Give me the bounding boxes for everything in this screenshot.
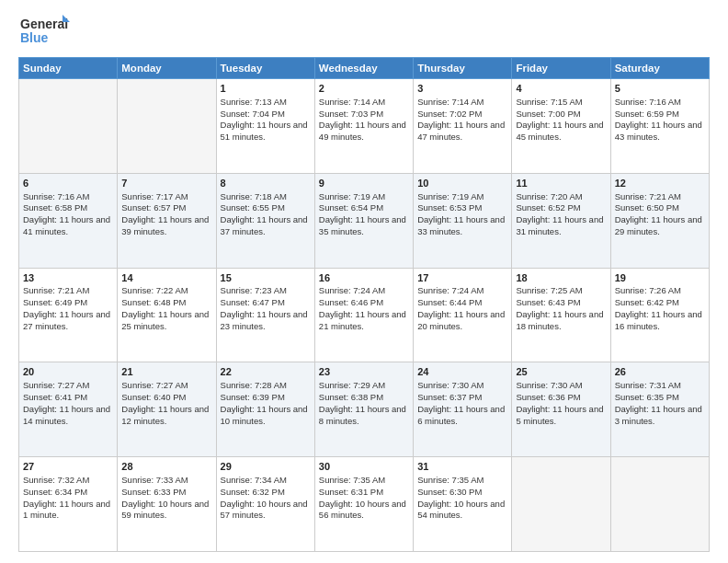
calendar-cell: 22Sunrise: 7:28 AM Sunset: 6:39 PM Dayli… [216, 362, 314, 457]
day-number: 12 [615, 177, 705, 190]
calendar-cell: 9Sunrise: 7:19 AM Sunset: 6:54 PM Daylig… [314, 173, 413, 268]
day-number: 6 [23, 177, 113, 190]
day-info: Sunrise: 7:19 AM Sunset: 6:54 PM Dayligh… [319, 191, 406, 236]
calendar-cell: 6Sunrise: 7:16 AM Sunset: 6:58 PM Daylig… [19, 173, 118, 268]
calendar-week-row: 13Sunrise: 7:21 AM Sunset: 6:49 PM Dayli… [19, 268, 710, 362]
day-info: Sunrise: 7:33 AM Sunset: 6:33 PM Dayligh… [121, 475, 209, 520]
svg-text:General: General [20, 17, 68, 31]
calendar-cell: 2Sunrise: 7:14 AM Sunset: 7:03 PM Daylig… [314, 79, 413, 174]
calendar-cell [610, 457, 709, 552]
day-info: Sunrise: 7:30 AM Sunset: 6:37 PM Dayligh… [417, 380, 505, 425]
calendar-cell: 12Sunrise: 7:21 AM Sunset: 6:50 PM Dayli… [610, 173, 709, 268]
day-info: Sunrise: 7:22 AM Sunset: 6:48 PM Dayligh… [121, 285, 209, 330]
day-info: Sunrise: 7:24 AM Sunset: 6:44 PM Dayligh… [417, 285, 505, 330]
calendar-week-row: 27Sunrise: 7:32 AM Sunset: 6:34 PM Dayli… [19, 457, 710, 552]
calendar-cell: 4Sunrise: 7:15 AM Sunset: 7:00 PM Daylig… [512, 79, 610, 174]
day-info: Sunrise: 7:17 AM Sunset: 6:57 PM Dayligh… [121, 191, 209, 236]
day-info: Sunrise: 7:34 AM Sunset: 6:32 PM Dayligh… [221, 475, 308, 520]
calendar-week-row: 1Sunrise: 7:13 AM Sunset: 7:04 PM Daylig… [19, 79, 710, 174]
day-info: Sunrise: 7:30 AM Sunset: 6:36 PM Dayligh… [516, 380, 603, 425]
day-info: Sunrise: 7:32 AM Sunset: 6:34 PM Dayligh… [23, 475, 110, 520]
calendar-cell: 13Sunrise: 7:21 AM Sunset: 6:49 PM Dayli… [19, 268, 118, 362]
day-info: Sunrise: 7:20 AM Sunset: 6:52 PM Dayligh… [516, 191, 603, 236]
day-number: 9 [319, 177, 409, 190]
day-info: Sunrise: 7:14 AM Sunset: 7:03 PM Dayligh… [319, 97, 406, 142]
calendar-cell: 18Sunrise: 7:25 AM Sunset: 6:43 PM Dayli… [512, 268, 610, 362]
calendar-cell: 26Sunrise: 7:31 AM Sunset: 6:35 PM Dayli… [610, 362, 709, 457]
calendar-week-row: 20Sunrise: 7:27 AM Sunset: 6:41 PM Dayli… [19, 362, 710, 457]
day-info: Sunrise: 7:13 AM Sunset: 7:04 PM Dayligh… [221, 97, 308, 142]
day-of-week-header: Thursday [414, 58, 512, 79]
calendar-cell: 24Sunrise: 7:30 AM Sunset: 6:37 PM Dayli… [414, 362, 512, 457]
calendar-week-row: 6Sunrise: 7:16 AM Sunset: 6:58 PM Daylig… [19, 173, 710, 268]
calendar: SundayMondayTuesdayWednesdayThursdayFrid… [18, 57, 710, 552]
day-info: Sunrise: 7:21 AM Sunset: 6:49 PM Dayligh… [23, 285, 110, 330]
day-info: Sunrise: 7:14 AM Sunset: 7:02 PM Dayligh… [417, 97, 505, 142]
day-number: 14 [121, 271, 211, 285]
day-number: 27 [23, 460, 113, 474]
header: GeneralBlue [18, 15, 710, 48]
calendar-cell: 7Sunrise: 7:17 AM Sunset: 6:57 PM Daylig… [118, 173, 216, 268]
calendar-cell: 29Sunrise: 7:34 AM Sunset: 6:32 PM Dayli… [216, 457, 314, 552]
calendar-cell: 10Sunrise: 7:19 AM Sunset: 6:53 PM Dayli… [414, 173, 512, 268]
day-number: 29 [221, 460, 311, 474]
calendar-cell: 19Sunrise: 7:26 AM Sunset: 6:42 PM Dayli… [610, 268, 709, 362]
calendar-cell: 25Sunrise: 7:30 AM Sunset: 6:36 PM Dayli… [512, 362, 610, 457]
day-of-week-header: Monday [118, 58, 216, 79]
day-number: 5 [615, 82, 705, 96]
calendar-cell: 17Sunrise: 7:24 AM Sunset: 6:44 PM Dayli… [414, 268, 512, 362]
header-row: SundayMondayTuesdayWednesdayThursdayFrid… [19, 58, 710, 79]
calendar-cell [118, 79, 216, 174]
day-info: Sunrise: 7:16 AM Sunset: 6:58 PM Dayligh… [23, 191, 110, 236]
day-of-week-header: Saturday [610, 58, 709, 79]
day-info: Sunrise: 7:25 AM Sunset: 6:43 PM Dayligh… [516, 285, 603, 330]
svg-text:Blue: Blue [20, 30, 49, 45]
day-number: 8 [221, 177, 311, 190]
calendar-cell: 3Sunrise: 7:14 AM Sunset: 7:02 PM Daylig… [414, 79, 512, 174]
day-info: Sunrise: 7:27 AM Sunset: 6:41 PM Dayligh… [23, 380, 110, 425]
calendar-cell: 30Sunrise: 7:35 AM Sunset: 6:31 PM Dayli… [314, 457, 413, 552]
page: GeneralBlue SundayMondayTuesdayWednesday… [0, 0, 728, 563]
day-number: 22 [221, 365, 311, 379]
calendar-cell: 14Sunrise: 7:22 AM Sunset: 6:48 PM Dayli… [118, 268, 216, 362]
day-info: Sunrise: 7:21 AM Sunset: 6:50 PM Dayligh… [615, 191, 702, 236]
day-number: 11 [516, 177, 606, 190]
day-info: Sunrise: 7:16 AM Sunset: 6:59 PM Dayligh… [615, 97, 702, 142]
day-info: Sunrise: 7:15 AM Sunset: 7:00 PM Dayligh… [516, 97, 603, 142]
calendar-cell [512, 457, 610, 552]
day-number: 10 [417, 177, 507, 190]
day-number: 28 [121, 460, 211, 474]
day-of-week-header: Sunday [19, 58, 118, 79]
day-info: Sunrise: 7:35 AM Sunset: 6:30 PM Dayligh… [417, 475, 505, 520]
day-number: 1 [221, 82, 311, 96]
day-number: 30 [319, 460, 409, 474]
calendar-cell: 1Sunrise: 7:13 AM Sunset: 7:04 PM Daylig… [216, 79, 314, 174]
day-number: 7 [121, 177, 211, 190]
day-number: 23 [319, 365, 409, 379]
day-info: Sunrise: 7:35 AM Sunset: 6:31 PM Dayligh… [319, 475, 406, 520]
day-of-week-header: Friday [512, 58, 610, 79]
calendar-cell: 23Sunrise: 7:29 AM Sunset: 6:38 PM Dayli… [314, 362, 413, 457]
day-number: 16 [319, 271, 409, 285]
logo-icon: GeneralBlue [18, 15, 74, 48]
calendar-cell: 8Sunrise: 7:18 AM Sunset: 6:55 PM Daylig… [216, 173, 314, 268]
day-number: 3 [417, 82, 507, 96]
calendar-cell: 16Sunrise: 7:24 AM Sunset: 6:46 PM Dayli… [314, 268, 413, 362]
day-info: Sunrise: 7:26 AM Sunset: 6:42 PM Dayligh… [615, 285, 702, 330]
day-number: 26 [615, 365, 705, 379]
calendar-cell: 31Sunrise: 7:35 AM Sunset: 6:30 PM Dayli… [414, 457, 512, 552]
day-number: 25 [516, 365, 606, 379]
day-number: 13 [23, 271, 113, 285]
logo: GeneralBlue [18, 15, 74, 48]
calendar-cell: 15Sunrise: 7:23 AM Sunset: 6:47 PM Dayli… [216, 268, 314, 362]
day-number: 17 [417, 271, 507, 285]
day-info: Sunrise: 7:18 AM Sunset: 6:55 PM Dayligh… [221, 191, 308, 236]
calendar-cell: 20Sunrise: 7:27 AM Sunset: 6:41 PM Dayli… [19, 362, 118, 457]
day-info: Sunrise: 7:23 AM Sunset: 6:47 PM Dayligh… [221, 285, 308, 330]
day-info: Sunrise: 7:31 AM Sunset: 6:35 PM Dayligh… [615, 380, 702, 425]
calendar-cell: 11Sunrise: 7:20 AM Sunset: 6:52 PM Dayli… [512, 173, 610, 268]
day-number: 24 [417, 365, 507, 379]
calendar-cell: 21Sunrise: 7:27 AM Sunset: 6:40 PM Dayli… [118, 362, 216, 457]
day-number: 20 [23, 365, 113, 379]
day-number: 4 [516, 82, 606, 96]
